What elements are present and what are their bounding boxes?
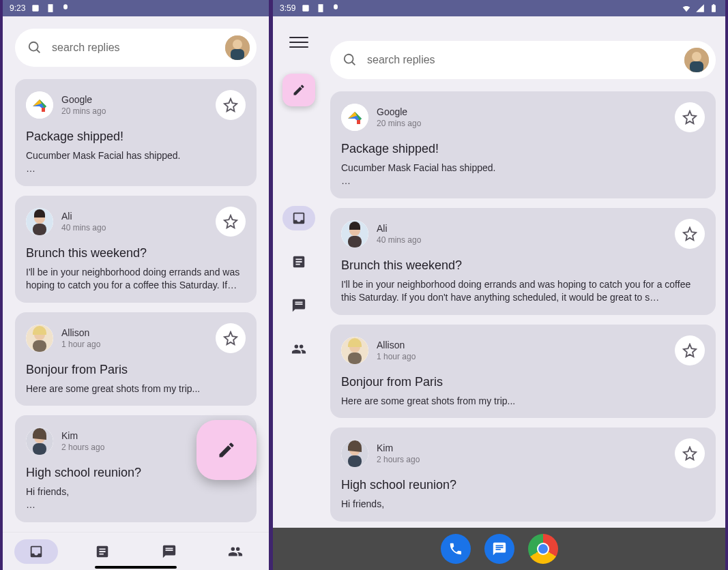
tablet-device: 3:59 <box>273 0 725 570</box>
message-time: 40 mins ago <box>61 223 106 232</box>
sender-name: Kim <box>377 442 420 453</box>
search-bar[interactable]: search replies <box>15 29 257 67</box>
star-button[interactable] <box>675 102 705 132</box>
status-icon <box>31 3 40 13</box>
search-icon <box>343 52 358 68</box>
star-button[interactable] <box>216 90 246 120</box>
svg-rect-16 <box>33 443 46 455</box>
message-card[interactable]: Kim 2 hours ago High school reunion? Hi … <box>330 427 716 522</box>
star-icon <box>682 110 697 125</box>
groups-icon <box>291 342 306 357</box>
status-icon <box>316 3 325 13</box>
star-button[interactable] <box>675 438 705 468</box>
chat-icon <box>291 298 306 313</box>
message-body: I'll be in your neighborhood doing erran… <box>26 266 246 292</box>
svg-point-20 <box>345 55 353 63</box>
compose-fab[interactable] <box>196 420 257 480</box>
cell-icon <box>695 3 705 13</box>
tablet-content: search replies Google 20 mins ago <box>273 16 725 528</box>
sender-avatar <box>341 440 368 467</box>
message-card[interactable]: Allison 1 hour ago Bonjour from Paris He… <box>15 312 257 406</box>
nav-inbox[interactable] <box>14 539 58 564</box>
svg-line-2 <box>37 50 40 53</box>
star-button[interactable] <box>675 219 705 249</box>
star-icon <box>223 331 238 346</box>
svg-rect-7 <box>42 108 45 112</box>
svg-rect-29 <box>348 236 362 247</box>
taskbar-phone-app[interactable] <box>441 534 471 564</box>
sender-name: Kim <box>61 430 104 441</box>
svg-rect-10 <box>33 224 46 235</box>
rail-groups[interactable] <box>282 337 315 361</box>
compose-fab[interactable] <box>282 74 315 106</box>
star-icon <box>223 214 238 229</box>
tablet-taskbar <box>273 528 725 570</box>
groups-icon <box>228 544 243 559</box>
search-bar[interactable]: search replies <box>330 41 716 79</box>
sender-avatar <box>26 325 53 352</box>
sender-name: Ali <box>377 223 421 234</box>
status-icon <box>61 3 70 13</box>
svg-rect-17 <box>303 5 309 11</box>
navigation-rail <box>273 16 325 528</box>
star-button[interactable] <box>216 207 246 237</box>
message-body: Hi friends, <box>341 498 705 511</box>
sender-name: Allison <box>377 340 416 350</box>
rail-messages[interactable] <box>282 293 315 318</box>
status-icon <box>301 3 310 13</box>
gesture-handle <box>95 566 177 569</box>
star-icon <box>682 226 697 241</box>
svg-point-23 <box>692 52 701 61</box>
message-body: Here are some great shots from my trip..… <box>26 382 246 395</box>
message-time: 20 mins ago <box>377 119 421 128</box>
svg-rect-5 <box>231 49 244 60</box>
taskbar-messages-app[interactable] <box>484 534 514 564</box>
message-body: Cucumber Mask Facial has shipped.… <box>341 162 705 188</box>
tablet-main: search replies Google 20 mins ago <box>325 16 725 528</box>
message-card[interactable]: Ali 40 mins ago Brunch this weekend? I'l… <box>330 208 716 315</box>
search-icon <box>27 40 42 55</box>
message-time: 40 mins ago <box>377 235 421 245</box>
star-button[interactable] <box>675 335 705 365</box>
nav-articles[interactable] <box>81 539 124 564</box>
article-icon <box>95 544 110 559</box>
svg-rect-13 <box>33 340 46 352</box>
svg-rect-35 <box>348 455 362 467</box>
phone-bottom-nav <box>3 532 269 570</box>
svg-point-4 <box>233 40 242 49</box>
taskbar-chrome-app[interactable] <box>528 534 558 564</box>
profile-avatar[interactable] <box>684 48 709 72</box>
star-icon <box>223 97 238 112</box>
message-time: 1 hour ago <box>61 340 100 349</box>
svg-rect-18 <box>712 5 716 12</box>
svg-line-21 <box>352 62 355 65</box>
sender-avatar <box>341 337 368 364</box>
message-body: Here are some great shots from my trip..… <box>341 395 705 408</box>
message-time: 1 hour ago <box>377 352 416 361</box>
tablet-clock: 3:59 <box>280 3 295 13</box>
message-subject: Bonjour from Paris <box>341 375 705 389</box>
rail-inbox[interactable] <box>282 206 315 230</box>
search-placeholder: search replies <box>367 54 435 66</box>
star-button[interactable] <box>216 323 246 353</box>
message-card[interactable]: Google 20 mins ago Package shipped! Cucu… <box>330 91 716 198</box>
message-card[interactable]: Ali 40 mins ago Brunch this weekend? I'l… <box>15 196 257 303</box>
message-time: 2 hours ago <box>377 455 420 464</box>
message-card[interactable]: Google 20 mins ago Package shipped! Cucu… <box>15 79 257 186</box>
status-icon <box>46 3 55 13</box>
star-icon <box>682 343 697 358</box>
message-card[interactable]: Allison 1 hour ago Bonjour from Paris He… <box>330 325 716 419</box>
nav-messages[interactable] <box>147 539 191 564</box>
nav-groups[interactable] <box>214 539 257 564</box>
phone-content: search replies Google 20 mins ago <box>3 16 269 532</box>
messages-icon <box>492 541 507 556</box>
menu-button[interactable] <box>289 33 308 52</box>
svg-point-1 <box>29 42 38 51</box>
rail-articles[interactable] <box>282 250 315 274</box>
phone-device: 9:23 search replies Google <box>3 0 269 570</box>
sender-name: Google <box>377 106 421 117</box>
profile-avatar[interactable] <box>225 35 250 60</box>
battery-icon <box>709 3 718 13</box>
sender-avatar <box>26 208 53 235</box>
phone-status-bar: 9:23 <box>3 0 269 16</box>
